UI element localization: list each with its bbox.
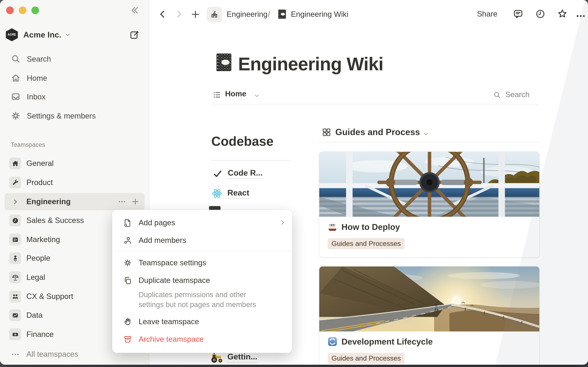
sidebar-item-home[interactable]: Home (5, 70, 145, 86)
menu-item-description: Duplicates permissions and other setting… (112, 289, 274, 313)
chevron-down-icon[interactable] (423, 130, 430, 137)
workspace-switcher[interactable]: ACME Acme Inc. (5, 26, 124, 43)
banknote-icon (9, 328, 21, 340)
view-search-label[interactable]: Search (505, 90, 529, 99)
add-page-icon (123, 218, 132, 227)
divider (211, 160, 290, 161)
menu-item-add-pages[interactable]: Add pages (112, 214, 292, 231)
teamspace-context-menu: Add pages Add members Teamspace settings… (112, 210, 292, 353)
search-icon (11, 54, 21, 64)
desktop-background: ACME Acme Inc. Search Home Inbox Setting… (0, 0, 588, 367)
add-page-plus-icon[interactable] (191, 10, 200, 19)
react-icon (211, 188, 223, 199)
favorite-star-icon[interactable] (557, 8, 568, 19)
chart-icon (9, 309, 21, 321)
comments-icon[interactable] (513, 9, 523, 19)
minimize-window-button[interactable] (19, 7, 26, 14)
new-page-compose-icon[interactable] (130, 30, 140, 40)
sidebar-item-settings[interactable]: Settings & members (5, 108, 145, 124)
share-button[interactable]: Share (477, 10, 497, 18)
wrench-icon (9, 177, 21, 189)
notion-window: ACME Acme Inc. Search Home Inbox Setting… (0, 0, 588, 365)
sidebar-teamspace-engineering[interactable]: Engineering (5, 193, 145, 210)
tag-guides-and-processes: Guides and Processes (328, 353, 405, 364)
person-icon (9, 252, 21, 264)
sidebar-teamspace-product[interactable]: Product (5, 174, 145, 191)
search-icon[interactable] (493, 91, 501, 99)
inbox-icon (11, 92, 21, 102)
dots-icon (9, 348, 21, 360)
page-title: Engineering Wiki (238, 53, 383, 75)
close-window-button[interactable] (6, 7, 14, 14)
zoom-window-button[interactable] (31, 7, 39, 14)
scales-icon (9, 271, 21, 283)
divider (319, 142, 540, 142)
card-cover-mountain-road (319, 267, 539, 332)
sidebar-teamspace-general[interactable]: General (5, 155, 145, 172)
divider (211, 104, 539, 104)
page-notebook-icon[interactable] (213, 51, 235, 73)
bulleted-list-icon (213, 91, 221, 99)
partially-hidden-page-icon (209, 206, 221, 210)
menu-item-add-members[interactable]: Add members (112, 231, 292, 249)
menu-item-teamspace-settings[interactable]: Teamspace settings (112, 254, 292, 271)
chevron-right-icon (279, 219, 286, 226)
workspace-logo: ACME (5, 28, 18, 41)
nav-back-icon[interactable] (158, 9, 168, 19)
home-icon (11, 73, 21, 83)
sidebar-item-search[interactable]: Search (5, 50, 145, 67)
add-page-plus-icon[interactable] (131, 198, 139, 206)
gear-icon (123, 258, 132, 267)
chevron-down-icon (65, 32, 71, 38)
chevron-down-icon[interactable] (253, 92, 260, 99)
card-development-lifecycle[interactable]: Development Lifecycle Guides and Process… (319, 266, 540, 365)
teamspaces-section-label: Teamspaces (11, 142, 45, 148)
hand-icon (123, 317, 132, 326)
card-cover-ship-wheel (319, 152, 539, 217)
menu-item-leave-teamspace[interactable]: Leave teamspace (112, 313, 292, 330)
people-icon (9, 291, 21, 302)
grid-icon (322, 128, 331, 137)
building-icon[interactable] (207, 7, 222, 22)
menu-divider (112, 251, 292, 252)
house-icon (9, 158, 21, 169)
browser-icon (9, 234, 21, 246)
menu-item-duplicate-teamspace[interactable]: Duplicate teamspace (112, 271, 292, 289)
gear-icon (11, 111, 21, 121)
card-how-to-deploy[interactable]: How to Deploy Guides and Processes (319, 151, 540, 258)
double-chevron-left-icon[interactable] (129, 5, 139, 16)
duplicate-icon (123, 276, 132, 285)
more-options-icon[interactable] (118, 198, 126, 206)
clock-icon (9, 215, 21, 226)
nav-forward-icon[interactable] (174, 9, 184, 19)
gallery-view-title[interactable]: Guides and Process (335, 127, 420, 137)
add-member-icon (123, 236, 132, 244)
breadcrumb-engineering-wiki[interactable]: Engineering Wiki (291, 10, 348, 19)
archive-icon (123, 335, 132, 344)
workspace-name: Acme Inc. (23, 30, 61, 40)
view-tab-home[interactable]: Home (225, 90, 246, 98)
page-link-code-review[interactable]: Code R... (213, 168, 263, 179)
notebook-icon (277, 8, 288, 20)
tag-guides-and-processes: Guides and Processes (328, 238, 405, 250)
cycle-icon (327, 336, 338, 347)
updates-clock-icon[interactable] (535, 9, 545, 19)
sidebar-item-inbox[interactable]: Inbox (5, 88, 145, 105)
breadcrumb-separator: / (268, 10, 270, 19)
check-icon (213, 169, 223, 178)
page-link-react[interactable]: React (211, 188, 249, 199)
chevron-right-icon[interactable] (9, 196, 21, 208)
more-options-icon[interactable] (576, 11, 586, 21)
menu-item-archive-teamspace[interactable]: Archive teamspace (112, 330, 292, 348)
breadcrumb-engineering[interactable]: Engineering (227, 10, 268, 19)
codebase-heading: Codebase (211, 134, 274, 149)
ship-icon (327, 222, 338, 232)
